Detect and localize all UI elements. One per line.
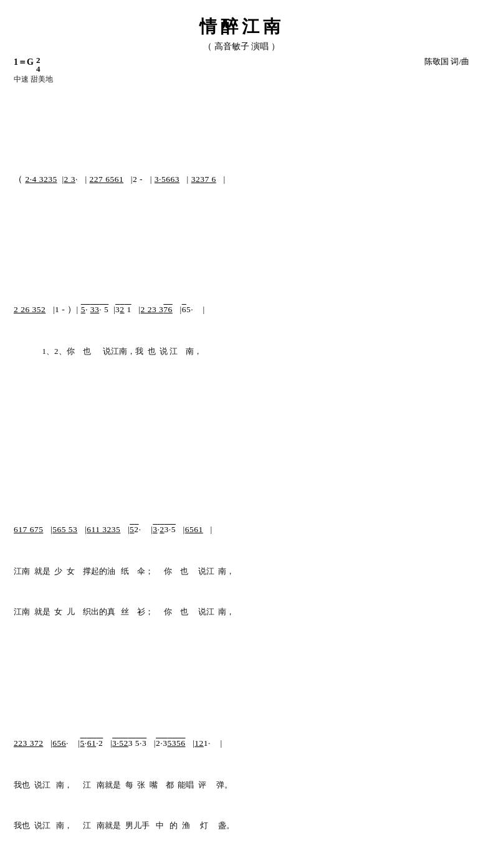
lyrics-3a: 江南 就是 少 女 撑起的油 纸 伞； 你 也 说江 南， bbox=[14, 566, 469, 577]
lyrics-4b: 我也 说江 南， 江 南就是 男儿手 中 的 渔 灯 盏。 bbox=[14, 820, 469, 831]
music-2: 2 26 352 |1 - ）| 5· 33· 5 |32 1 |2 23 37… bbox=[14, 303, 469, 316]
tempo: 中速 甜美地 bbox=[14, 74, 53, 85]
score-line-1: （ 2·4 3235 |2 3· | 227 6561 |2 - | 3·566… bbox=[14, 144, 469, 215]
score-line-2: 2 26 352 |1 - ）| 5· 33· 5 |32 1 |2 23 37… bbox=[14, 274, 469, 386]
music-1: （ 2·4 3235 |2 3· | 227 6561 |2 - | 3·566… bbox=[14, 173, 469, 186]
page: 情醉江南 （ 高音敏子 演唱 ） 1＝G 2 4 中速 甜美地 陈敬国 词/曲 … bbox=[0, 0, 483, 868]
score-line-3: 617 675 |565 53 |611 3235 |52· |3·23·5 |… bbox=[14, 494, 469, 649]
music-3: 617 675 |565 53 |611 3235 |52· |3·23·5 |… bbox=[14, 523, 469, 536]
lyrics-4a: 我也 说江 南， 江 南就是 每 张 嘴 都 能唱 评 弹。 bbox=[14, 780, 469, 791]
meta-left: 1＝G 2 4 中速 甜美地 bbox=[14, 56, 53, 84]
lyrics-3b: 江南 就是 女 儿 织出的真 丝 衫； 你 也 说江 南， bbox=[14, 606, 469, 618]
lyrics-2a: 1、2、你 也 说江南，我 也 说 江 南， bbox=[14, 346, 469, 357]
time-sig: 2 4 bbox=[36, 56, 41, 74]
composer: 陈敬国 词/曲 bbox=[424, 56, 469, 67]
key-time: 1＝G 2 4 bbox=[14, 56, 53, 74]
key-label: 1＝G bbox=[14, 56, 34, 69]
song-subtitle: （ 高音敏子 演唱 ） bbox=[14, 41, 469, 52]
score-content: （ 2·4 3235 |2 3· | 227 6561 |2 - | 3·566… bbox=[14, 85, 469, 868]
music-4: 223 372 |656· |5·61·2 |3·523 5·3 |2·3535… bbox=[14, 737, 469, 750]
song-title: 情醉江南 bbox=[14, 15, 469, 39]
score-line-4: 223 372 |656· |5·61·2 |3·523 5·3 |2·3535… bbox=[14, 708, 469, 863]
meta-row: 1＝G 2 4 中速 甜美地 陈敬国 词/曲 bbox=[14, 56, 469, 84]
